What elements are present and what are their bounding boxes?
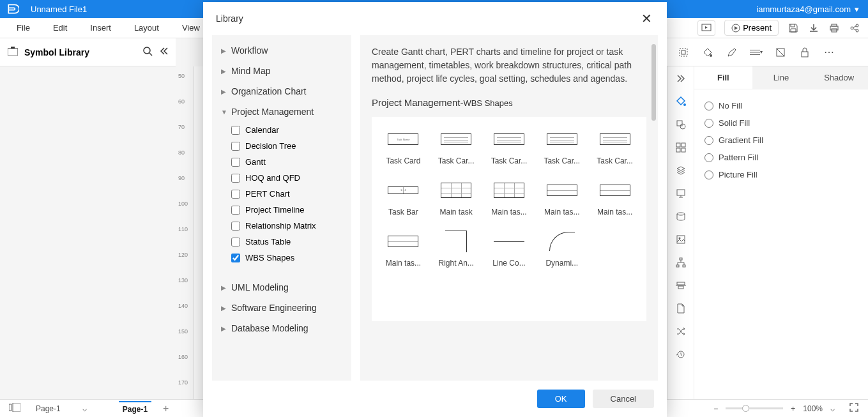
shape-label: Task Bar [388,208,418,216]
expand-arrow-icon: ▶ [221,47,227,54]
shape-label: Dynami... [545,259,578,268]
shape-label: Task Car... [544,156,580,165]
shape-label: Task Card [386,156,420,165]
shapes-preview: Create Gantt chart, PERT charts and time… [360,35,658,381]
expand-arrow-icon: ▶ [221,68,227,75]
shape-item[interactable]: Right An... [432,231,480,268]
cancel-button[interactable]: Cancel [593,390,654,408]
shape-item[interactable]: Task Car... [485,128,533,165]
category-item[interactable]: ▶Database Modeling [212,318,351,338]
shape-item[interactable]: Main task [432,179,480,216]
shape-item[interactable]: Line Co... [485,231,533,268]
shape-label: Task Car... [597,156,633,165]
subcategory-item[interactable]: PERT Chart [212,186,351,202]
shape-thumb-icon: Task Name [385,128,422,150]
category-tree: ▶Workflow▶Mind Map▶Organization Chart▼Pr… [212,35,351,381]
shape-item[interactable]: Main tas... [379,231,427,268]
close-icon[interactable]: ✕ [639,11,654,26]
shape-label: Line Co... [492,259,525,268]
shape-thumb-icon [544,179,581,201]
subcategory-item[interactable]: Relationship Matrix [212,218,351,234]
expand-arrow-icon: ▶ [221,284,227,291]
subcategory-item[interactable]: WBS Shapes [212,250,351,266]
category-item[interactable]: ▶Mind Map [212,61,351,81]
shape-item[interactable]: Main tas... [485,179,533,216]
shape-item[interactable]: Task Car... [538,128,586,165]
subcategory-item[interactable]: HOQ and QFD [212,170,351,186]
section-title: Project Management-WBS Shapes [372,97,646,108]
shape-item[interactable]: Task NameTask Card [379,128,427,165]
category-item[interactable]: ▶Organization Chart [212,81,351,102]
shape-thumb-icon [438,179,475,201]
scrollbar[interactable] [651,44,656,121]
subcategory-item[interactable]: Status Table [212,234,351,250]
shape-label: Right An... [439,259,474,268]
modal-title: Library [216,13,243,24]
shape-thumb-icon [544,128,581,150]
category-item[interactable]: ▶UML Modeling [212,277,351,298]
shape-thumb-icon [491,231,528,252]
subcategory-checkbox[interactable] [231,254,240,262]
shape-item[interactable]: Task Car... [591,128,639,165]
shape-thumb-icon: 1.1.1 [385,179,422,201]
shape-item[interactable]: Task Car... [432,128,480,165]
expand-arrow-icon: ▶ [221,88,227,95]
subcategory-checkbox[interactable] [231,174,240,183]
shape-thumb-icon [438,231,475,252]
shape-thumb-icon [544,231,581,252]
subcategory-checkbox[interactable] [231,222,240,231]
subcategory-checkbox[interactable] [231,238,240,246]
category-item[interactable]: ▼Project Management [212,102,351,122]
subcategory-checkbox[interactable] [231,158,240,167]
shape-label: Main tas... [386,259,421,268]
shape-thumb-icon [385,231,422,252]
shape-thumb-icon [438,128,475,150]
subcategory-checkbox[interactable] [231,126,240,135]
category-item[interactable]: ▶Software Engineering [212,298,351,318]
shape-thumb-icon [597,128,634,150]
shape-item[interactable]: 1.1.1Task Bar [379,179,427,216]
shape-label: Main tas... [491,208,526,216]
ok-button[interactable]: OK [537,390,585,408]
shape-thumb-icon [597,179,634,201]
shape-item[interactable]: Main tas... [538,179,586,216]
subcategory-checkbox[interactable] [231,190,240,199]
expand-arrow-icon: ▼ [221,109,227,116]
shape-label: Task Car... [491,156,528,165]
shape-thumb-icon [491,179,528,201]
subcategory-checkbox[interactable] [231,142,240,151]
library-modal: Library ✕ ▶Workflow▶Mind Map▶Organizatio… [203,2,667,417]
subcategory-item[interactable]: Project Timeline [212,202,351,218]
category-item[interactable]: ▶Workflow [212,40,351,61]
shape-label: Main tas... [544,208,579,216]
subcategory-item[interactable]: Decision Tree [212,138,351,154]
subcategory-item[interactable]: Calendar [212,122,351,138]
shape-thumb-icon [491,128,528,150]
shape-item[interactable]: Dynami... [538,231,586,268]
shape-label: Main tas... [597,208,632,216]
subcategory-item[interactable]: Gantt [212,154,351,170]
shape-item[interactable]: Main tas... [591,179,639,216]
subcategory-checkbox[interactable] [231,206,240,215]
expand-arrow-icon: ▶ [221,325,227,332]
expand-arrow-icon: ▶ [221,305,227,312]
shape-label: Task Car... [438,156,475,165]
library-modal-overlay: Library ✕ ▶Workflow▶Mind Map▶Organizatio… [0,0,868,417]
category-description: Create Gantt chart, PERT charts and time… [372,45,646,86]
shape-label: Main task [440,208,473,216]
